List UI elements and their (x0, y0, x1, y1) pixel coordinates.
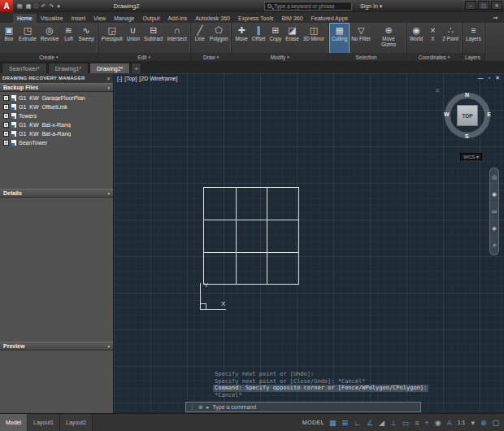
quick-access-icon[interactable]: □ (34, 0, 37, 12)
app-logo-icon[interactable]: A (0, 0, 13, 12)
ribbon-button[interactable]: × X (425, 24, 440, 53)
panel-title-edit[interactable]: Edit ▾ (98, 53, 190, 61)
ribbon-button[interactable]: ▣ Box (2, 24, 16, 53)
status-toggle-icon[interactable]: ◉ (435, 415, 441, 431)
status-toggle-icon[interactable]: ∠ (367, 415, 373, 431)
minimize-button[interactable]: – (465, 1, 476, 10)
navigation-tool-icon[interactable]: ◉ (492, 191, 497, 198)
layout-tab[interactable]: Layout2 (60, 414, 93, 431)
expand-icon[interactable]: + (3, 113, 9, 119)
expand-icon[interactable]: + (3, 122, 9, 128)
status-toggle-icon[interactable]: A (447, 415, 452, 431)
viewport-style-button[interactable]: [2D Wireframe] (139, 76, 177, 81)
compass-south-label[interactable]: S (465, 133, 469, 139)
panel-title-layers[interactable]: Layers (463, 53, 484, 61)
status-toggle-icon[interactable]: ▦ (329, 415, 337, 431)
viewport-menu-button[interactable]: [-] (117, 76, 122, 81)
status-toggle-icon[interactable]: ⊛ (480, 415, 487, 431)
ribbon-tab[interactable]: Home (13, 14, 37, 23)
quick-access-icon[interactable]: ▦ (26, 0, 32, 12)
maximize-button[interactable]: ▢ (478, 1, 489, 10)
backup-files-header[interactable]: Backup Files ▾ (0, 83, 113, 92)
compass-west-label[interactable]: W (444, 111, 450, 117)
ribbon-tab[interactable]: Express Tools (234, 14, 277, 23)
viewcube-top-face[interactable]: TOP (457, 105, 478, 126)
ribbon-button[interactable]: ◳ Extrude (17, 24, 38, 53)
navigation-bar[interactable]: ◎◉▭◈≡ (489, 168, 499, 255)
backup-file-item[interactable]: + G1_KW_Bat-a-Rang (0, 129, 113, 138)
backup-file-item[interactable]: + SeanTower (0, 138, 113, 147)
drawing-tab[interactable]: Drawing2* (89, 63, 130, 73)
panel-title-create[interactable]: Create ▾ (0, 53, 98, 61)
expand-icon[interactable]: + (3, 140, 9, 146)
expand-icon[interactable]: + (3, 104, 9, 110)
navigation-tool-icon[interactable]: ≡ (493, 242, 496, 249)
status-toggle-icon[interactable]: ≡ (415, 415, 419, 431)
ribbon-button[interactable]: ⊕ Move Gizmo (373, 24, 404, 53)
status-toggle-icon[interactable]: ∟ (354, 415, 361, 431)
ribbon-button[interactable]: ✚ Move (233, 24, 249, 53)
backup-file-item[interactable]: + G1_KW_GarageFloorPlan (0, 94, 113, 102)
status-toggle-icon[interactable]: ▭ (402, 415, 410, 431)
ribbon-button[interactable]: ▦ Culling (330, 24, 349, 53)
wcs-dropdown[interactable]: WCS ▾ (460, 153, 482, 160)
status-toggle-icon[interactable]: ▢ (492, 415, 499, 431)
ribbon-button[interactable]: ∴ 2 Point (441, 24, 460, 53)
sign-in-button[interactable]: Sign In ▾ (360, 0, 382, 12)
panel-title-draw[interactable]: Draw ▾ (191, 53, 232, 61)
ribbon-button[interactable]: ▽ No Filter (350, 24, 372, 53)
viewcube[interactable]: ⌂ N E S W TOP (441, 89, 493, 141)
ribbon-button[interactable]: ∪ Union (125, 24, 141, 53)
ribbon-button[interactable]: ◫ 3D Mirror (302, 24, 326, 53)
backup-file-item[interactable]: + G1_KW_OffsetLink (0, 102, 113, 111)
ribbon-button[interactable]: ⬠ Polygon (208, 24, 230, 53)
close-button[interactable]: ✕ (491, 1, 502, 10)
ribbon-button[interactable]: ╱ Line (193, 24, 207, 53)
viewport-minimize-icon[interactable]: — (478, 75, 484, 81)
palette-title-bar[interactable]: DRAWING RECOVERY MANAGER ✕ (0, 73, 113, 83)
ribbon-tab[interactable]: View (89, 14, 110, 23)
details-header[interactable]: Details ▾ (0, 189, 113, 198)
drawn-square-grid[interactable] (203, 187, 299, 285)
backup-file-item[interactable]: + Towers (0, 111, 113, 120)
compass-east-label[interactable]: E (487, 111, 491, 117)
status-toggle-icon[interactable]: ⊥ (390, 415, 397, 431)
layout-tab[interactable]: Layout1 (28, 414, 60, 431)
drawing-tab[interactable]: Drawing1* (48, 63, 89, 73)
panel-title-selection[interactable]: Selection (328, 53, 406, 61)
viewcube-home-icon[interactable]: ⌂ (436, 87, 439, 93)
expand-icon[interactable]: + (3, 95, 9, 101)
ribbon-button[interactable]: ⊟ Subtract (142, 24, 164, 53)
navigation-tool-icon[interactable]: ◈ (492, 225, 496, 232)
status-toggle-icon[interactable]: + (425, 415, 429, 431)
ribbon-button[interactable]: ∿ Sweep (76, 24, 95, 53)
panel-title-modify[interactable]: Modify ▾ (232, 53, 328, 61)
viewport-close-icon[interactable]: ✕ (495, 75, 500, 81)
status-toggle-icon[interactable]: ◢ (379, 415, 385, 431)
layout-tab[interactable]: Model (0, 414, 28, 431)
status-toggle-icon[interactable]: ▾ (471, 415, 475, 431)
panel-title-coordinates[interactable]: Coordinates ▾ (406, 53, 462, 61)
ribbon-tab[interactable]: Insert (67, 14, 90, 23)
quick-access-icon[interactable]: ▤ (17, 0, 23, 12)
ribbon-button[interactable]: ◎ Revolve (39, 24, 61, 53)
drawing-tab[interactable]: SeanTower* (2, 63, 47, 73)
ribbon-tab[interactable]: Output (138, 14, 163, 23)
ribbon-button[interactable]: ◪ Erase (284, 24, 300, 53)
drag-grip-icon[interactable]: ⋮ (189, 403, 195, 411)
ribbon-button[interactable]: ∩ Intersect (166, 24, 189, 53)
ribbon-button[interactable]: ∥ Offset (250, 24, 267, 53)
ribbon-tab[interactable]: Autodesk 360 (191, 14, 234, 23)
compass-north-label[interactable]: N (465, 92, 469, 98)
ribbon-tab[interactable]: Manage (110, 14, 138, 23)
status-toggle-icon[interactable]: ⊞ (342, 415, 349, 431)
ribbon-button[interactable]: ◲ Presspull (100, 24, 124, 53)
customize-icon[interactable]: ⊛ (198, 403, 203, 411)
new-drawing-tab-button[interactable]: + (131, 63, 141, 73)
quick-access-icon[interactable]: ▾ (57, 0, 60, 12)
ribbon-button[interactable]: ≡ Layers (464, 24, 483, 53)
quick-access-icon[interactable]: ↶ (41, 0, 46, 12)
model-space-button[interactable]: MODEL (302, 420, 324, 425)
quick-access-icon[interactable]: ↷ (49, 0, 54, 12)
ribbon-button[interactable]: ◉ World (408, 24, 424, 53)
